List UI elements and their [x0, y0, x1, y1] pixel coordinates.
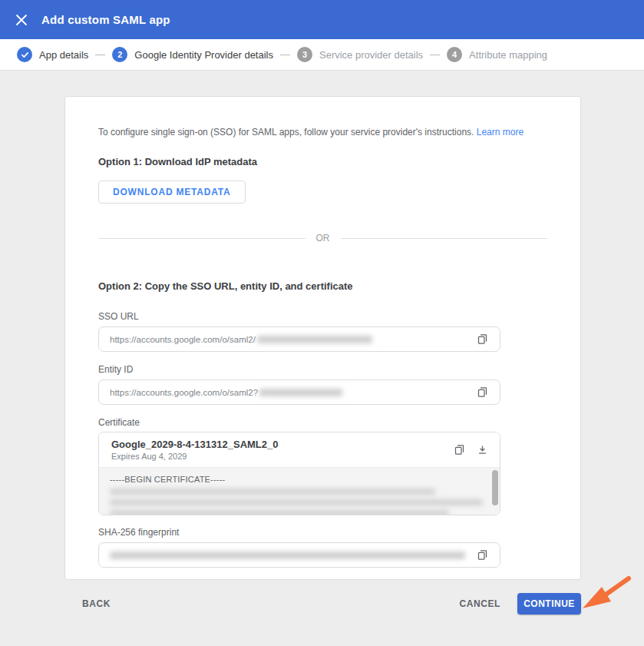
copy-icon[interactable]: [474, 331, 490, 348]
check-icon: [17, 47, 32, 62]
redacted-certificate-line: [110, 489, 435, 495]
copy-icon[interactable]: [474, 384, 490, 401]
certificate-name: Google_2029-8-4-131312_SAML2_0: [111, 439, 279, 450]
certificate-box: Google_2029-8-4-131312_SAML2_0 Expires A…: [98, 432, 500, 515]
step-separator: [430, 55, 440, 55]
option1-heading: Option 1: Download IdP metadata: [98, 156, 547, 167]
step-separator: [95, 55, 105, 55]
stepper: App details 2 Google Identity Provider d…: [0, 39, 644, 71]
step-service-provider-details[interactable]: 3 Service provider details: [297, 47, 423, 62]
redacted-sha256-value: [110, 552, 465, 559]
certificate-label: Certificate: [98, 417, 547, 428]
redacted-entity-id-suffix: [259, 389, 342, 396]
certificate-expiry: Expires Aug 4, 2029: [111, 452, 279, 461]
close-icon[interactable]: [6, 5, 37, 35]
step-google-idp-details[interactable]: 2 Google Identity Provider details: [112, 47, 273, 62]
sha256-label: SHA-256 fingerprint: [98, 527, 547, 538]
divider-line: [341, 238, 548, 239]
certificate-begin-line: -----BEGIN CERTIFICATE-----: [110, 475, 486, 484]
step-attribute-mapping[interactable]: 4 Attribute mapping: [447, 47, 547, 62]
learn-more-link[interactable]: Learn more: [477, 127, 523, 137]
divider-line: [98, 238, 305, 239]
continue-button[interactable]: CONTINUE: [517, 593, 581, 615]
download-metadata-button[interactable]: DOWNLOAD METADATA: [98, 181, 246, 204]
download-icon[interactable]: [474, 442, 490, 459]
option2-heading: Option 2: Copy the SSO URL, entity ID, a…: [98, 280, 547, 292]
sso-url-value: https://accounts.google.com/o/saml2/: [110, 335, 256, 344]
dialog-title: Add custom SAML app: [41, 13, 170, 26]
back-button[interactable]: BACK: [82, 598, 111, 609]
intro-sentence: To configure single sign-on (SSO) for SA…: [98, 127, 474, 137]
step-separator: [280, 55, 290, 55]
cancel-button[interactable]: CANCEL: [459, 598, 500, 609]
step-number-badge: 2: [112, 47, 127, 62]
certificate-meta: Google_2029-8-4-131312_SAML2_0 Expires A…: [111, 439, 279, 461]
certificate-scrollbar[interactable]: [492, 470, 498, 505]
dialog-footer: BACK CANCEL CONTINUE: [64, 592, 581, 615]
step-label: Attribute mapping: [469, 49, 547, 61]
redacted-sso-url-suffix: [257, 336, 372, 343]
step-label: Service provider details: [319, 49, 423, 61]
certificate-body[interactable]: -----BEGIN CERTIFICATE-----: [99, 468, 500, 515]
sha256-field[interactable]: [98, 542, 500, 568]
entity-id-label: Entity ID: [98, 364, 547, 375]
step-number-badge: 4: [447, 47, 462, 62]
sso-url-label: SSO URL: [98, 311, 547, 322]
step-label: Google Identity Provider details: [134, 49, 273, 61]
step-app-details[interactable]: App details: [17, 47, 88, 62]
redacted-certificate-line: [110, 499, 483, 505]
sso-url-field[interactable]: https://accounts.google.com/o/saml2/: [98, 326, 500, 352]
dialog-header: Add custom SAML app: [0, 0, 644, 39]
or-divider: OR: [98, 233, 547, 243]
entity-id-field[interactable]: https://accounts.google.com/o/saml2?: [98, 379, 500, 405]
copy-icon[interactable]: [474, 547, 490, 564]
intro-text: To configure single sign-on (SSO) for SA…: [98, 126, 547, 138]
step-label: App details: [39, 49, 88, 61]
redacted-certificate-line: [110, 510, 449, 515]
step-number-badge: 3: [297, 47, 312, 62]
orange-arrow-annotation-icon: [576, 574, 636, 618]
certificate-header: Google_2029-8-4-131312_SAML2_0 Expires A…: [99, 432, 500, 468]
or-label: OR: [316, 233, 330, 243]
entity-id-value: https://accounts.google.com/o/saml2?: [110, 388, 258, 397]
copy-icon[interactable]: [451, 442, 467, 459]
idp-details-card: To configure single sign-on (SSO) for SA…: [64, 96, 581, 580]
